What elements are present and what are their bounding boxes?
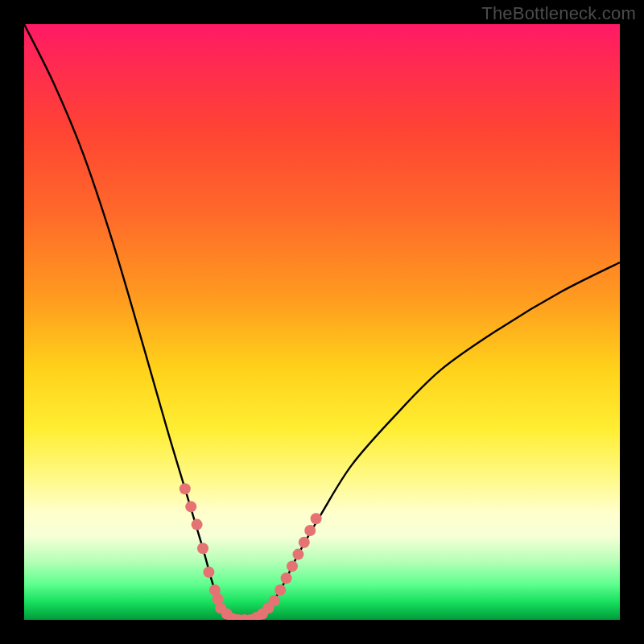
chart-frame: TheBottleneck.com — [0, 0, 644, 644]
valley-dot — [287, 560, 298, 572]
valley-markers — [180, 483, 322, 620]
watermark-text: TheBottleneck.com — [481, 3, 636, 24]
valley-dot — [311, 513, 322, 524]
valley-dot — [197, 543, 208, 554]
valley-dot — [304, 525, 316, 536]
plot-area — [24, 24, 620, 620]
valley-dot — [269, 595, 280, 606]
valley-dot — [281, 572, 292, 584]
valley-dot — [203, 567, 214, 578]
valley-dot — [292, 549, 303, 560]
valley-dot — [180, 483, 191, 494]
bottleneck-curve — [24, 24, 620, 620]
curve-layer — [24, 24, 620, 620]
valley-dot — [185, 501, 196, 512]
valley-dot — [299, 537, 310, 548]
valley-dot — [192, 519, 203, 530]
valley-dot — [275, 584, 286, 596]
